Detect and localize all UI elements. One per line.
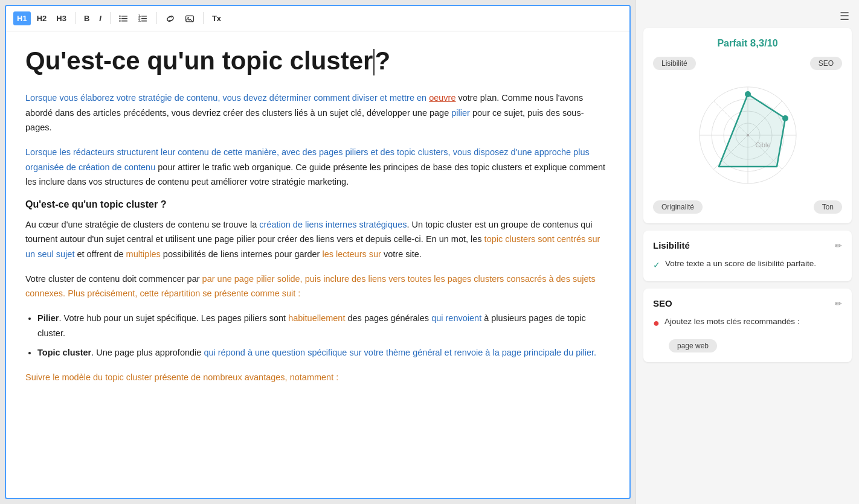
bold-button[interactable]: B [80,11,93,25]
paragraph-2: Lorsque les rédacteurs structurent leur … [25,145,610,190]
separator-4 [203,12,204,24]
pilier-desc: . Votre hub pour un sujet spécifique. Le… [59,313,288,323]
paragraph-3: Au cœur d'une stratégie de clusters de c… [25,217,610,262]
qui-repond-highlight: qui répond à une question spécifique sur… [204,348,596,357]
lisibilite-check-item: ✓ Votre texte a un score de lisibilité p… [653,258,842,272]
list-item-pilier: Pilier. Votre hub pour un sujet spécifiq… [37,311,610,340]
paragraph-4: Votre cluster de contenu doit commencer … [25,272,610,301]
paragraph-3-text-3: et offrent de [74,249,126,259]
link-creation-contenu[interactable]: création de contenu [79,162,155,172]
cluster-list: Pilier. Votre hub pour un sujet spécifiq… [25,311,610,360]
lisibilite-edit-icon[interactable]: ✏ [835,241,842,250]
score-title: Parfait 8,3/10 [653,37,842,49]
svg-rect-12 [185,16,193,22]
text-cursor [373,49,375,75]
image-button[interactable] [181,11,198,26]
svg-rect-2 [121,21,127,22]
score-suffix: /10 [764,38,777,48]
ol-icon: 1.2.3. [138,14,148,24]
topic-cluster-term: Topic cluster [37,348,91,357]
paragraph-5-text: Suivre le modèle du topic cluster présen… [25,372,338,382]
paragraph-1-text-1: Lorsque vous élaborez votre stratégie de… [25,93,429,103]
score-section: Parfait 8,3/10 Lisibilité SEO [643,28,852,223]
h1-button[interactable]: H1 [13,11,31,25]
paragraph-3-text-1: Au cœur d'une stratégie de clusters de c… [25,220,259,229]
svg-rect-6 [141,16,147,17]
editor-content[interactable]: Qu'est-ce qu'un topic cluster? Lorsque v… [6,31,629,498]
list-item-topic-cluster: Topic cluster. Une page plus approfondie… [37,345,610,360]
svg-point-4 [119,18,120,19]
svg-point-3 [119,15,120,16]
tab-seo[interactable]: SEO [810,57,842,70]
tab-lisibilite[interactable]: Lisibilité [653,57,696,70]
check-icon: ✓ [653,259,660,272]
red-dot-icon: ● [653,316,660,331]
italic-button[interactable]: I [95,11,105,25]
svg-rect-0 [121,16,127,17]
habituellement-highlight: habituellement [288,313,345,323]
paragraph-5: Suivre le modèle du topic cluster présen… [25,370,610,385]
svg-rect-8 [141,21,147,22]
svg-text:3.: 3. [138,19,141,22]
link-button[interactable] [162,11,179,26]
seo-section-header: SEO ✏ [653,298,842,308]
seo-title: SEO [653,298,672,308]
un-seul-sujet-highlight: un seul sujet [25,249,74,259]
svg-point-13 [187,17,188,18]
ul-icon [119,14,129,24]
unordered-list-button[interactable] [115,11,132,26]
par-une-page-highlight: par une page pilier solide, puis inclure… [25,274,596,299]
lisibilite-section: Lisibilité ✏ ✓ Votre texte a un score de… [643,231,852,281]
subheading-topic-cluster: Qu'est-ce qu'un topic cluster ? [25,199,610,210]
editor-panel: H1 H2 H3 B I 1.2.3. Tx Qu'est-ce qu'un t… [5,5,631,499]
image-icon [185,14,195,24]
seo-dot-item: ● Ajoutez les mots clés recommandés : [653,316,842,331]
svg-point-23 [745,91,751,97]
paragraph-3-text-4: possibilités de liens internes pour gard… [161,249,323,259]
lisibilite-check-text: Votre texte a un score de lisibilité par… [665,258,816,270]
pilier-term: Pilier [37,313,59,323]
ordered-list-button[interactable]: 1.2.3. [135,11,152,26]
seo-section: SEO ✏ ● Ajoutez les mots clés recommandé… [643,289,852,362]
separator-3 [156,12,157,24]
editor-toolbar: H1 H2 H3 B I 1.2.3. Tx [6,6,629,31]
label-ton[interactable]: Ton [814,200,842,214]
paragraph-3-text-5: votre site. [381,249,422,259]
svg-point-5 [119,20,120,21]
radar-svg: Cible [687,75,808,196]
multiples-highlight: multiples [126,249,161,259]
svg-text:Cible: Cible [755,141,770,148]
pilier-desc-2: des pages générales [345,313,431,323]
lisibilite-section-header: Lisibilité ✏ [653,240,842,250]
separator-1 [75,12,76,24]
label-originalite[interactable]: Originalité [653,200,703,214]
h2-button[interactable]: H2 [33,11,51,25]
radar-chart: Cible [687,75,808,196]
link-oeuvre[interactable]: oeuvre [429,93,455,103]
link-icon [166,14,175,24]
right-panel-header: ☰ [636,0,859,28]
svg-point-24 [782,115,788,121]
keyword-tag-page-web[interactable]: page web [669,339,717,352]
svg-rect-7 [141,18,147,19]
seo-edit-icon[interactable]: ✏ [835,299,842,308]
right-panel: ☰ Parfait 8,3/10 Lisibilité SEO [635,0,859,504]
separator-2 [110,12,111,24]
lecteurs-highlight: les lecteurs sur [322,249,381,259]
qui-renvoient-highlight: qui renvoient [431,313,481,323]
pilier-text: pilier [451,108,470,118]
seo-dot-text: Ajoutez les mots clés recommandés : [664,316,800,328]
clear-format-button[interactable]: Tx [208,11,225,25]
link-liens-internes[interactable]: création de liens internes stratégiques [259,220,407,229]
menu-icon[interactable]: ☰ [840,10,849,23]
article-title: Qu'est-ce qu'un topic cluster? [25,46,610,76]
score-prefix: Parfait [717,38,750,48]
score-value: 8,3 [750,37,765,49]
h3-button[interactable]: H3 [53,11,70,25]
topic-clusters-highlight: topic clusters sont centrés sur [484,234,600,244]
svg-marker-22 [719,94,785,167]
paragraph-1: Lorsque vous élaborez votre stratégie de… [25,91,610,135]
svg-rect-1 [121,18,127,19]
topic-cluster-desc: . Une page plus approfondie [91,348,204,357]
svg-point-25 [747,134,749,136]
